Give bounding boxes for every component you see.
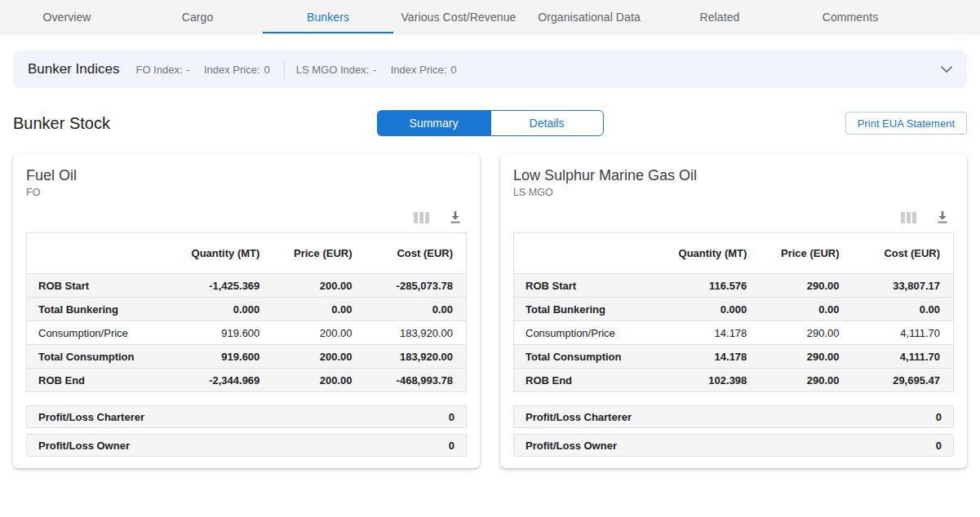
- column-header: Quantity (MT): [659, 233, 760, 274]
- download-icon[interactable]: [936, 210, 949, 224]
- bunker-stock-table: Quantity (MT) Price (EUR) Cost (EUR) ROB…: [513, 232, 954, 392]
- profit-loss-charterer: Profit/Loss Charterer 0: [513, 405, 954, 428]
- details-toggle-button[interactable]: Details: [490, 110, 604, 136]
- tab-cargo[interactable]: Cargo: [132, 0, 263, 33]
- view-toggle: Summary Details: [377, 110, 604, 136]
- ls-mgo-card: Low Sulphur Marine Gas Oil LS MGO Quanti…: [500, 154, 967, 468]
- top-tab-bar: Overview Cargo Bunkers Various Cost/Reve…: [0, 0, 980, 34]
- columns-icon[interactable]: [901, 212, 916, 223]
- fo-index: FO Index:-: [135, 64, 189, 76]
- column-header: Price (EUR): [760, 233, 852, 274]
- indices-divider: [284, 60, 285, 79]
- tab-comments[interactable]: Comments: [785, 0, 916, 33]
- summary-toggle-button[interactable]: Summary: [377, 110, 490, 136]
- print-eua-statement-button[interactable]: Print EUA Statement: [845, 112, 967, 135]
- fo-index-price: Index Price:0: [204, 64, 270, 76]
- chevron-down-icon[interactable]: [941, 66, 952, 73]
- tab-overview[interactable]: Overview: [2, 0, 132, 33]
- fuel-oil-card: Fuel Oil FO Quantity (MT) Price (EUR): [13, 154, 480, 468]
- card-title: Fuel Oil: [26, 167, 467, 184]
- bunker-stock-header: Bunker Stock Summary Details Print EUA S…: [13, 110, 967, 136]
- card-subtitle: FO: [26, 187, 467, 198]
- tab-organisational-data[interactable]: Organisational Data: [524, 0, 654, 33]
- profit-loss-charterer: Profit/Loss Charterer 0: [26, 405, 467, 428]
- table-row: Total Consumption 14.178 290.00 4,111.70: [514, 345, 954, 369]
- bunker-stock-table: Quantity (MT) Price (EUR) Cost (EUR) ROB…: [26, 232, 467, 392]
- bunker-indices-title: Bunker Indices: [28, 61, 119, 77]
- card-subtitle: LS MGO: [513, 187, 954, 198]
- profit-loss-owner: Profit/Loss Owner 0: [513, 434, 954, 457]
- tab-bunkers[interactable]: Bunkers: [263, 0, 393, 33]
- card-title: Low Sulphur Marine Gas Oil: [513, 167, 954, 184]
- table-row: Consumption/Price 919.600 200.00 183,920…: [27, 321, 467, 345]
- tab-related[interactable]: Related: [654, 0, 785, 33]
- bunker-cards: Fuel Oil FO Quantity (MT) Price (EUR): [13, 154, 967, 468]
- table-row: ROB End 102.398 290.00 29,695.47: [514, 369, 954, 392]
- table-header-row: Quantity (MT) Price (EUR) Cost (EUR): [514, 233, 954, 274]
- table-header-row: Quantity (MT) Price (EUR) Cost (EUR): [27, 233, 467, 274]
- ls-mgo-index: LS MGO Index:-: [296, 64, 377, 76]
- table-row: ROB End -2,344.969 200.00 -468,993.78: [27, 369, 467, 392]
- table-row: ROB Start -1,425.369 200.00 -285,073.78: [27, 274, 467, 298]
- tab-various-cost-revenue[interactable]: Various Cost/Revenue: [393, 0, 524, 33]
- ls-mgo-index-price: Index Price:0: [391, 64, 457, 76]
- page-title: Bunker Stock: [13, 114, 110, 133]
- columns-icon[interactable]: [414, 212, 429, 223]
- table-row: Total Bunkering 0.000 0.00 0.00: [514, 298, 954, 321]
- table-toolbar: [513, 210, 949, 224]
- table-row: Consumption/Price 14.178 290.00 4,111.70: [514, 321, 954, 345]
- bunker-indices-panel: Bunker Indices FO Index:- Index Price:0 …: [13, 51, 967, 88]
- column-header: Cost (EUR): [366, 233, 467, 274]
- column-header: Cost (EUR): [853, 233, 954, 274]
- column-header: Quantity (MT): [171, 233, 273, 274]
- download-icon[interactable]: [449, 210, 462, 224]
- column-header: Price (EUR): [273, 233, 365, 274]
- profit-loss-owner: Profit/Loss Owner 0: [26, 434, 467, 457]
- table-row: Total Consumption 919.600 200.00 183,920…: [27, 345, 467, 369]
- table-toolbar: [26, 210, 462, 224]
- table-row: Total Bunkering 0.000 0.00 0.00: [27, 298, 467, 321]
- table-row: ROB Start 116.576 290.00 33,807.17: [514, 274, 954, 298]
